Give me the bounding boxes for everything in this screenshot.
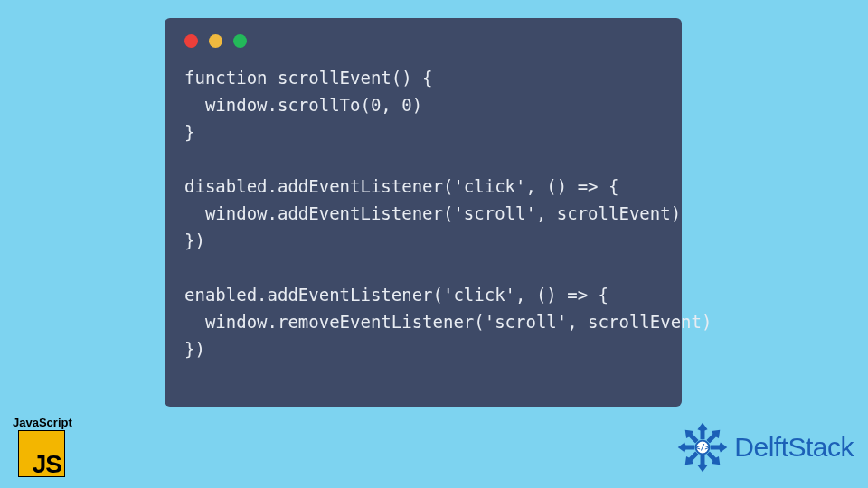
brand-area: </> DelftStack: [675, 419, 854, 475]
code-line: function scrollEvent() {: [184, 68, 433, 88]
javascript-label: JavaScript: [13, 416, 71, 429]
javascript-logo-icon: JS: [18, 430, 65, 477]
brand-name: DelftStack: [734, 432, 854, 463]
code-line: window.removeEventListener('scroll', scr…: [184, 312, 712, 332]
close-icon: [184, 34, 198, 48]
code-line: }): [184, 230, 205, 250]
code-line: window.addEventListener('scroll', scroll…: [184, 203, 681, 223]
code-line: }): [184, 339, 205, 359]
code-line: window.scrollTo(0, 0): [184, 95, 422, 115]
code-line: enabled.addEventListener('click', () => …: [184, 285, 609, 305]
code-snippet-card: function scrollEvent() { window.scrollTo…: [165, 18, 682, 407]
svg-text:</>: </>: [695, 443, 710, 452]
code-line: disabled.addEventListener('click', () =>…: [184, 176, 618, 196]
delftstack-logo-icon: </>: [675, 419, 731, 475]
code-block: function scrollEvent() { window.scrollTo…: [184, 64, 662, 362]
code-line: }: [184, 122, 194, 142]
minimize-icon: [209, 34, 222, 48]
javascript-badge: JavaScript JS: [13, 416, 71, 477]
window-controls: [184, 34, 662, 48]
maximize-icon: [233, 34, 247, 48]
js-logo-letters: JS: [33, 450, 61, 479]
